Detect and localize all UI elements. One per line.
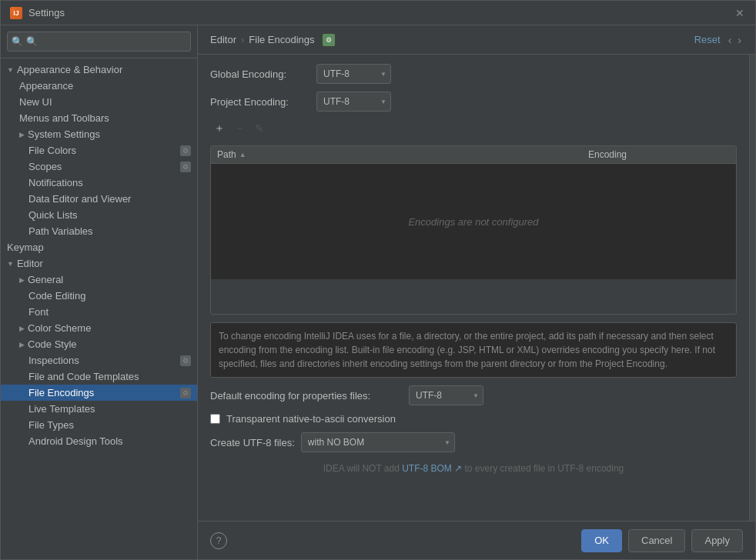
table-toolbar: ＋ － ✎ (210, 119, 737, 138)
encoding-column-header[interactable]: Encoding (582, 146, 736, 163)
panel-scroll-area: Global Encoding: UTF-8 ISO-8859-1 US-ASC… (198, 55, 755, 521)
default-encoding-row: Default encoding for properties files: U… (210, 385, 737, 405)
info-box: To change encoding IntelliJ IDEA uses fo… (210, 322, 737, 378)
breadcrumb: Editor › File Encodings ⚙ (210, 34, 335, 46)
transparent-row: Transparent native-to-ascii conversion (210, 413, 737, 425)
settings-badge: ⚙ (180, 388, 191, 398)
right-panel: Editor › File Encodings ⚙ Reset ‹ › (198, 25, 755, 559)
bom-link[interactable]: UTF-8 BOM ↗ (402, 463, 462, 474)
chevron-icon: ▶ (19, 341, 25, 348)
window-title: Settings (28, 7, 65, 18)
sort-icon: ▲ (239, 151, 246, 158)
title-bar: IJ Settings ✕ (1, 1, 755, 25)
breadcrumb-current: File Encodings (249, 34, 314, 45)
sidebar-item-appearance-behavior[interactable]: ▼ Appearance & Behavior (1, 62, 197, 78)
settings-icon: ⚙ (323, 34, 335, 46)
sidebar-item-menus-toolbars[interactable]: Menus and Toolbars (1, 110, 197, 126)
path-column-header[interactable]: Path ▲ (211, 146, 582, 163)
search-box: 🔍 (1, 25, 197, 58)
scrollbar[interactable] (749, 55, 755, 521)
chevron-icon: ▶ (19, 276, 25, 284)
sidebar-item-quick-lists[interactable]: Quick Lists (1, 207, 197, 223)
project-encoding-select[interactable]: UTF-8 ISO-8859-1 US-ASCII (316, 92, 391, 112)
transparent-checkbox[interactable] (210, 414, 220, 424)
action-buttons: OK Cancel Apply (581, 529, 743, 552)
back-arrow[interactable]: ‹ (727, 34, 734, 46)
chevron-icon: ▶ (19, 131, 25, 138)
sidebar-item-font[interactable]: Font (1, 304, 197, 320)
search-wrap: 🔍 (7, 32, 191, 52)
default-encoding-select-wrap: UTF-8 ISO-8859-1 (409, 385, 483, 405)
sidebar-item-editor[interactable]: ▼ Editor (1, 255, 197, 272)
default-encoding-label: Default encoding for properties files: (210, 390, 403, 402)
sidebar-item-file-colors[interactable]: File Colors ⚙ (1, 142, 197, 158)
settings-badge: ⚙ (180, 162, 191, 172)
sidebar-item-new-ui[interactable]: New UI (1, 94, 197, 110)
nav-arrows: ‹ › (727, 34, 743, 46)
action-bar: ? OK Cancel Apply (198, 521, 755, 559)
search-input[interactable] (7, 32, 191, 52)
sidebar-item-scopes[interactable]: Scopes ⚙ (1, 158, 197, 175)
chevron-icon: ▶ (19, 325, 25, 332)
project-encoding-select-wrap: UTF-8 ISO-8859-1 US-ASCII (316, 92, 391, 112)
project-encoding-row: Project Encoding: UTF-8 ISO-8859-1 US-AS… (210, 92, 737, 112)
sidebar-item-file-code-templates[interactable]: File and Code Templates (1, 368, 197, 385)
encoding-table: Path ▲ Encoding Encodings are not config… (210, 145, 737, 315)
main-content: 🔍 ▼ Appearance & Behavior Appearance New… (1, 25, 755, 559)
sidebar-item-file-encodings[interactable]: File Encodings ⚙ (1, 385, 197, 401)
default-encoding-select[interactable]: UTF-8 ISO-8859-1 (409, 385, 483, 405)
header-actions: Reset ‹ › (694, 34, 743, 46)
sidebar-item-keymap[interactable]: Keymap (1, 239, 197, 255)
settings-window: IJ Settings ✕ 🔍 ▼ Appearance & Behavior (0, 0, 756, 560)
global-encoding-select[interactable]: UTF-8 ISO-8859-1 US-ASCII (316, 64, 391, 84)
sidebar-item-live-templates[interactable]: Live Templates (1, 401, 197, 417)
sidebar-item-appearance[interactable]: Appearance (1, 78, 197, 94)
chevron-icon: ▼ (7, 66, 14, 74)
sidebar: 🔍 ▼ Appearance & Behavior Appearance New… (1, 25, 198, 559)
info-text: To change encoding IntelliJ IDEA uses fo… (219, 331, 715, 369)
nav-tree: ▼ Appearance & Behavior Appearance New U… (1, 58, 197, 559)
bom-select-wrap: with NO BOM with BOM with BOM (JVM defau… (301, 432, 455, 452)
empty-message: Encodings are not configured (408, 216, 538, 228)
sidebar-item-inspections[interactable]: Inspections ⚙ (1, 352, 197, 368)
global-encoding-label: Global Encoding: (210, 68, 310, 80)
remove-button[interactable]: － (230, 119, 249, 138)
idea-note: IDEA will NOT add UTF-8 BOM ↗ to every c… (210, 460, 737, 477)
panel-header: Editor › File Encodings ⚙ Reset ‹ › (198, 25, 755, 55)
settings-badge: ⚙ (180, 145, 191, 156)
global-encoding-select-wrap: UTF-8 ISO-8859-1 US-ASCII (316, 64, 391, 84)
sidebar-item-code-editing[interactable]: Code Editing (1, 288, 197, 304)
sidebar-item-code-style[interactable]: ▶ Code Style (1, 336, 197, 352)
search-icon: 🔍 (12, 36, 23, 47)
sidebar-item-color-scheme[interactable]: ▶ Color Scheme (1, 320, 197, 336)
bom-select[interactable]: with NO BOM with BOM with BOM (JVM defau… (301, 432, 455, 452)
sidebar-item-system-settings[interactable]: ▶ System Settings (1, 126, 197, 142)
sidebar-item-path-variables[interactable]: Path Variables (1, 223, 197, 239)
sidebar-item-data-editor[interactable]: Data Editor and Viewer (1, 191, 197, 207)
app-icon: IJ (10, 7, 22, 19)
forward-arrow[interactable]: › (736, 34, 743, 46)
create-utf8-row: Create UTF-8 files: with NO BOM with BOM… (210, 432, 737, 452)
table-header: Path ▲ Encoding (211, 146, 736, 164)
transparent-label[interactable]: Transparent native-to-ascii conversion (226, 413, 396, 425)
close-button[interactable]: ✕ (734, 7, 746, 19)
title-bar-left: IJ Settings (10, 7, 65, 19)
sidebar-item-file-types[interactable]: File Types (1, 417, 197, 433)
add-button[interactable]: ＋ (210, 119, 229, 138)
edit-button[interactable]: ✎ (250, 119, 269, 138)
reset-link[interactable]: Reset (694, 34, 721, 45)
cancel-button[interactable]: Cancel (628, 529, 685, 552)
global-encoding-row: Global Encoding: UTF-8 ISO-8859-1 US-ASC… (210, 64, 737, 84)
sidebar-item-android-design-tools[interactable]: Android Design Tools (1, 433, 197, 449)
create-utf8-label: Create UTF-8 files: (210, 437, 295, 448)
chevron-icon: ▼ (7, 260, 14, 268)
table-body: Encodings are not configured (211, 164, 736, 279)
breadcrumb-parent[interactable]: Editor (210, 34, 236, 45)
sidebar-item-notifications[interactable]: Notifications (1, 175, 197, 191)
help-button[interactable]: ? (210, 532, 227, 549)
breadcrumb-separator: › (241, 34, 244, 45)
apply-button[interactable]: Apply (691, 529, 743, 552)
project-encoding-label: Project Encoding: (210, 96, 310, 108)
ok-button[interactable]: OK (581, 529, 622, 552)
sidebar-item-general[interactable]: ▶ General (1, 272, 197, 288)
